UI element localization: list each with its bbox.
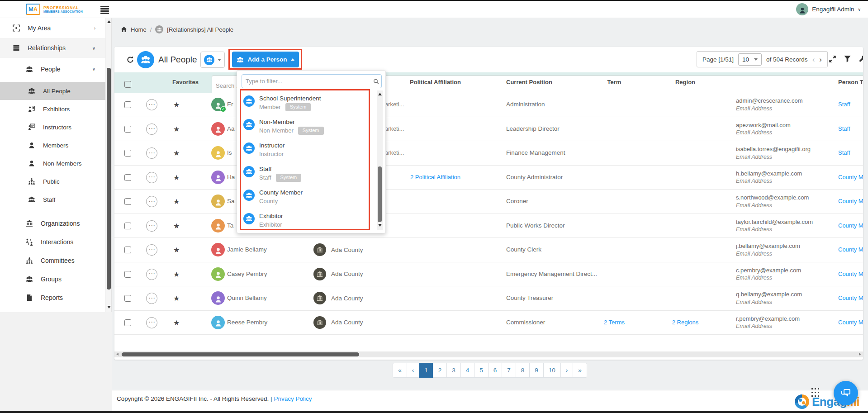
political-affiliation-link[interactable]: 2 Political Affiliation <box>396 174 475 180</box>
person-type-link[interactable]: County Member <box>838 271 863 277</box>
person-name[interactable]: Reese Pembry <box>227 319 267 326</box>
sidebar-item-exhibitors[interactable]: Exhibitors <box>0 100 105 118</box>
row-actions-button[interactable] <box>146 172 157 183</box>
chat-button[interactable] <box>834 381 858 405</box>
dropdown-menu-item[interactable]: Exhibitor Exhibitor <box>237 209 373 233</box>
person-type-link[interactable]: County Member <box>838 319 863 326</box>
row-checkbox[interactable] <box>124 295 131 302</box>
column-region[interactable]: Region <box>660 79 710 85</box>
pagination-page-5[interactable]: 5 <box>474 363 489 378</box>
scroll-down-icon[interactable] <box>378 224 382 227</box>
sidebar-item-all-people[interactable]: All People <box>0 82 105 100</box>
row-actions-button[interactable] <box>146 317 157 328</box>
row-actions-button[interactable] <box>146 269 157 280</box>
column-term[interactable]: Term <box>589 79 639 85</box>
column-political-affiliation[interactable]: Political Affiliation <box>396 79 475 85</box>
row-checkbox[interactable] <box>124 319 131 326</box>
person-type-link[interactable]: Staff <box>838 149 850 156</box>
dropdown-menu-item[interactable]: Instructor Instructor <box>237 138 373 162</box>
pagination-prev[interactable]: ‹ <box>407 363 420 378</box>
favorite-star-icon[interactable] <box>173 246 180 254</box>
row-checkbox[interactable] <box>124 101 131 108</box>
row-actions-button[interactable] <box>146 293 157 304</box>
scroll-left-icon[interactable] <box>116 353 119 356</box>
person-type-link[interactable]: Staff <box>838 101 850 108</box>
favorite-star-icon[interactable] <box>173 125 180 133</box>
settings-wrench-icon[interactable] <box>859 55 863 63</box>
pagination-last[interactable]: » <box>573 363 587 378</box>
pagination-page-4[interactable]: 4 <box>460 363 475 378</box>
sidebar-item-members[interactable]: Members <box>0 136 105 154</box>
page-size-select[interactable]: 10 <box>738 53 762 66</box>
sidebar-item-relationships[interactable]: Relationships ∨ <box>0 38 105 58</box>
sidebar-item-non-members[interactable]: Non-Members <box>0 154 105 172</box>
favorite-star-icon[interactable] <box>173 222 180 230</box>
row-checkbox[interactable] <box>124 271 131 278</box>
person-type-link[interactable]: County Member <box>838 198 863 204</box>
scroll-right-icon[interactable] <box>859 353 861 356</box>
dropdown-scrollbar-thumb[interactable] <box>378 166 382 222</box>
pagination-page-6[interactable]: 6 <box>488 363 503 378</box>
pagination-page-9[interactable]: 9 <box>529 363 544 378</box>
sidebar-item-committees[interactable]: Committees <box>0 251 105 270</box>
person-avatar[interactable] <box>211 219 225 233</box>
sidebar-item-groups[interactable]: Groups <box>0 270 105 288</box>
column-person-type[interactable]: Person Type <box>838 79 863 85</box>
row-checkbox[interactable] <box>124 247 131 253</box>
pagination-page-1[interactable]: 1 <box>419 363 433 378</box>
horizontal-scrollbar-thumb[interactable] <box>122 352 359 356</box>
person-name[interactable]: Aa <box>227 125 235 132</box>
person-name[interactable]: Sa <box>227 198 235 204</box>
organization-cell[interactable]: Ada County <box>313 243 363 256</box>
sidebar-item-people[interactable]: People ∨ <box>0 58 105 80</box>
person-avatar[interactable] <box>211 243 225 256</box>
home-icon[interactable] <box>121 26 127 33</box>
person-avatar[interactable] <box>211 291 225 305</box>
dropdown-filter-input[interactable] <box>242 74 382 88</box>
favorite-star-icon[interactable] <box>173 197 180 206</box>
row-actions-button[interactable] <box>146 99 157 110</box>
sidebar-item-public[interactable]: Public <box>0 172 105 190</box>
pagination-page-2[interactable]: 2 <box>433 363 447 378</box>
sidebar-item-reports[interactable]: Reports <box>0 288 105 307</box>
scroll-up-icon[interactable] <box>378 93 382 95</box>
pagination-page-7[interactable]: 7 <box>502 363 516 378</box>
favorite-star-icon[interactable] <box>173 270 180 279</box>
sidebar-item-staff[interactable]: Staff <box>0 190 105 209</box>
person-name[interactable]: Ha <box>227 174 235 180</box>
favorite-star-icon[interactable] <box>173 294 180 303</box>
sidebar-item-organizations[interactable]: Organizations <box>0 214 105 233</box>
horizontal-scrollbar[interactable] <box>114 351 863 357</box>
next-page-button[interactable]: › <box>819 56 822 63</box>
refresh-icon[interactable] <box>126 56 134 64</box>
user-menu[interactable]: Engagifii Admin ∨ <box>796 3 861 15</box>
sidebar-scrollbar-thumb[interactable] <box>107 68 111 290</box>
person-name[interactable]: Jamie Bellamy <box>227 246 267 253</box>
sidebar-item-my-area[interactable]: My Area › <box>0 18 105 38</box>
row-actions-button[interactable] <box>146 147 157 159</box>
person-type-link[interactable]: County Member <box>838 294 863 301</box>
privacy-policy-link[interactable]: Privacy Policy <box>274 395 312 402</box>
favorite-star-icon[interactable] <box>173 100 180 109</box>
add-person-button[interactable]: Add a Person <box>232 52 299 67</box>
person-avatar[interactable] <box>211 316 225 329</box>
person-name[interactable]: Ta <box>227 222 233 229</box>
person-name[interactable]: Er <box>227 101 233 108</box>
person-name[interactable]: Is <box>227 149 232 156</box>
pagination-first[interactable]: « <box>393 363 407 378</box>
row-checkbox[interactable] <box>124 126 131 133</box>
breadcrumb-home-label[interactable]: Home <box>131 26 147 33</box>
column-current-position[interactable]: Current Position <box>506 79 552 85</box>
row-checkbox[interactable] <box>124 174 131 181</box>
hamburger-menu-icon[interactable] <box>100 6 109 15</box>
prev-page-button[interactable]: ‹ <box>812 56 815 63</box>
organization-cell[interactable]: Ada County <box>313 316 363 329</box>
favorite-star-icon[interactable] <box>173 173 180 182</box>
pagination-page-10[interactable]: 10 <box>543 363 561 378</box>
row-actions-button[interactable] <box>146 196 157 207</box>
pagination-page-3[interactable]: 3 <box>446 363 461 378</box>
organization-cell[interactable]: Ada County <box>313 292 363 304</box>
person-name[interactable]: Quinn Bellamy <box>227 294 267 301</box>
sidebar-item-interactions[interactable]: Interactions <box>0 233 105 251</box>
scroll-up-icon[interactable] <box>107 20 111 23</box>
